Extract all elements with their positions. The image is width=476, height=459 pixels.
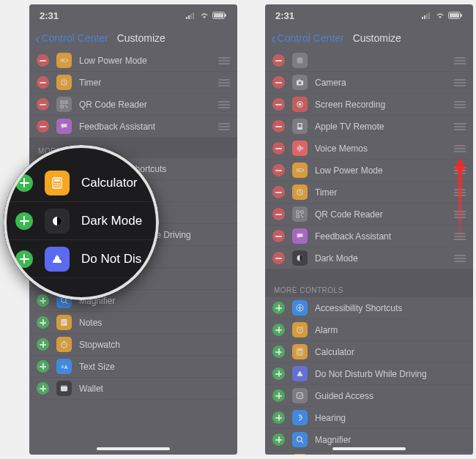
control-row[interactable]: Camera	[265, 72, 473, 94]
add-button[interactable]	[15, 212, 33, 230]
control-row[interactable]: Calculator	[4, 164, 159, 202]
add-button[interactable]	[272, 367, 285, 380]
reorder-handle[interactable]	[218, 57, 230, 64]
guided-icon	[292, 388, 308, 403]
zoom-callout: CalculatorDark ModeDo Not Dis	[4, 145, 159, 300]
control-row[interactable]: Do Not Disturb While Driving	[265, 363, 473, 385]
svg-rect-71	[302, 217, 303, 217]
remove-button[interactable]	[272, 76, 285, 89]
control-row[interactable]: Calculator	[265, 341, 473, 363]
access-icon	[292, 300, 308, 316]
control-row[interactable]: Feedback Assistant	[29, 116, 237, 138]
remove-button[interactable]	[272, 186, 285, 198]
control-row[interactable]: Timer	[265, 182, 473, 204]
back-button[interactable]: ‹ Control Center	[271, 31, 344, 45]
reorder-handle[interactable]	[454, 145, 466, 152]
control-row[interactable]: Voice Memos	[265, 138, 473, 160]
svg-rect-53	[450, 13, 459, 18]
home-indicator[interactable]	[97, 447, 170, 450]
svg-rect-85	[297, 393, 303, 399]
svg-point-87	[297, 437, 302, 442]
signal-icon	[186, 12, 196, 19]
add-button[interactable]	[272, 389, 285, 402]
remove-button[interactable]	[272, 230, 285, 242]
reorder-handle[interactable]	[218, 123, 230, 130]
control-row[interactable]: Stopwatch	[29, 334, 237, 356]
control-row[interactable]: Apple TV Remote	[265, 116, 473, 138]
control-row[interactable]: AAText Size	[29, 356, 237, 378]
control-row[interactable]: Notes	[265, 451, 473, 455]
right-list[interactable]: CameraScreen RecordingApple TV RemoteVoi…	[265, 50, 473, 455]
remove-button[interactable]	[272, 164, 285, 176]
control-row[interactable]: Dark Mode	[4, 202, 159, 240]
home-indicator[interactable]	[332, 447, 406, 450]
remove-button[interactable]	[272, 120, 285, 133]
remove-button[interactable]	[272, 98, 285, 111]
add-button[interactable]	[15, 250, 33, 268]
svg-rect-14	[65, 105, 66, 106]
add-button[interactable]	[272, 346, 285, 358]
stop-icon	[56, 337, 72, 352]
remove-button[interactable]	[37, 54, 49, 67]
voice-icon	[292, 141, 308, 156]
wifi-icon	[199, 12, 209, 19]
svg-rect-62	[299, 124, 302, 127]
control-row[interactable]: Do Not Dis	[4, 240, 159, 278]
reorder-handle[interactable]	[454, 101, 466, 108]
svg-rect-77	[298, 349, 302, 351]
control-row[interactable]: QR Code Reader	[265, 204, 473, 225]
control-label: Accessibility Shortcuts	[315, 303, 466, 313]
remove-button[interactable]	[37, 98, 49, 111]
reorder-handle[interactable]	[454, 255, 466, 262]
svg-rect-70	[301, 215, 302, 216]
notes-icon	[56, 315, 72, 330]
control-row[interactable]: Hearing	[265, 407, 473, 429]
add-button[interactable]	[272, 302, 285, 314]
control-row[interactable]: Timer	[29, 72, 237, 94]
reorder-handle[interactable]	[454, 79, 466, 86]
add-button[interactable]	[37, 382, 49, 395]
svg-rect-51	[428, 12, 430, 19]
control-row[interactable]: Alarm	[265, 319, 473, 341]
svg-point-41	[56, 183, 58, 184]
back-button[interactable]: ‹ Control Center	[35, 31, 108, 45]
signal-icon	[422, 12, 432, 19]
back-label: Control Center	[42, 32, 108, 44]
wallet-icon	[56, 381, 72, 396]
remove-button[interactable]	[272, 208, 285, 220]
add-button[interactable]	[15, 174, 33, 192]
add-button[interactable]	[272, 411, 285, 424]
control-row[interactable]: Accessibility Shortcuts	[265, 297, 473, 319]
control-row[interactable]: Notes	[29, 312, 237, 334]
remove-button[interactable]	[37, 76, 49, 89]
svg-rect-54	[461, 14, 462, 17]
add-button[interactable]	[37, 316, 49, 329]
reorder-handle[interactable]	[218, 79, 230, 86]
control-row[interactable]: QR Code Reader	[29, 94, 237, 116]
remove-button[interactable]	[272, 252, 285, 264]
reorder-handle[interactable]	[454, 57, 466, 64]
control-label: Stopwatch	[79, 340, 230, 350]
reorder-handle[interactable]	[218, 101, 230, 108]
battery-icon	[448, 12, 463, 19]
remove-button[interactable]	[37, 120, 49, 133]
control-row[interactable]: Low Power Mode	[265, 160, 473, 182]
control-row[interactable]	[265, 50, 473, 72]
remove-button[interactable]	[272, 54, 285, 67]
add-button[interactable]	[37, 360, 49, 373]
control-row[interactable]: Low Power Mode	[29, 50, 237, 72]
remove-button[interactable]	[272, 142, 285, 154]
svg-rect-58	[299, 80, 301, 81]
reorder-handle[interactable]	[454, 123, 466, 130]
add-button[interactable]	[37, 294, 49, 307]
page-title: Customize	[353, 32, 401, 44]
control-row[interactable]: Guided Access	[265, 385, 473, 407]
control-row[interactable]: Feedback Assistant	[265, 225, 473, 247]
control-row[interactable]: Screen Recording	[265, 94, 473, 116]
add-button[interactable]	[272, 324, 285, 336]
add-button[interactable]	[272, 433, 285, 446]
svg-point-42	[59, 183, 60, 184]
control-row[interactable]: Dark Mode	[265, 247, 473, 269]
add-button[interactable]	[37, 338, 49, 351]
control-row[interactable]: Wallet	[29, 378, 237, 400]
